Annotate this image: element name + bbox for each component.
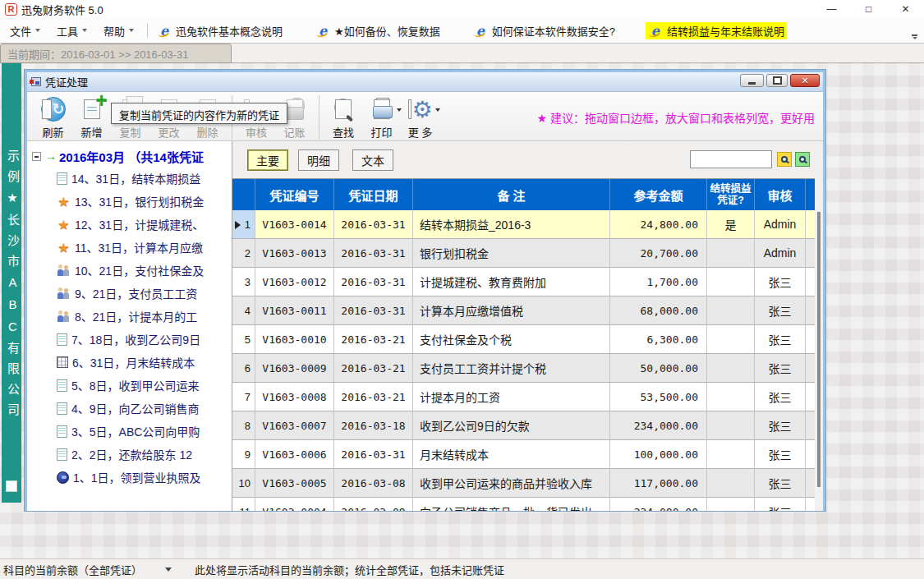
help-link[interactable]: 如何保证本软件数据安全?	[471, 22, 618, 39]
view-tab[interactable]: 主要	[247, 149, 288, 171]
auditor-cell[interactable]: 张三	[755, 383, 806, 411]
scrollbar-thumb[interactable]	[817, 212, 821, 487]
remark-cell[interactable]: 向乙公司销售商品一批，货已发出	[413, 498, 610, 511]
menu-button[interactable]: 文件	[3, 21, 47, 41]
voucher-no-cell[interactable]: V1603-0006	[255, 440, 334, 468]
row-number-cell[interactable]: 9	[232, 440, 255, 468]
menu-button[interactable]: 工具	[50, 21, 94, 41]
header-voucher-date[interactable]: 凭证日期	[334, 179, 413, 210]
auditor-cell[interactable]: Admin	[755, 239, 806, 267]
tree-item[interactable]: 12、31日，计提城建税、	[27, 213, 232, 236]
carryover-cell[interactable]	[707, 383, 755, 411]
table-row[interactable]: 8 V1603-0007 2016-03-18 收到乙公司9日的欠款 234,0…	[232, 411, 815, 440]
carryover-cell[interactable]	[707, 325, 755, 353]
voucher-no-cell[interactable]: V1603-0011	[255, 296, 334, 324]
auditor-cell[interactable]: 张三	[755, 354, 806, 382]
voucher-no-cell[interactable]: V1603-0012	[255, 268, 334, 296]
tree-item[interactable]: 4、9日，向乙公司销售商	[27, 397, 232, 420]
voucher-no-cell[interactable]: V1603-0014	[255, 210, 334, 238]
child-minimize-button[interactable]	[740, 74, 764, 87]
balance-selector-dropdown-icon[interactable]	[165, 568, 172, 572]
row-number-cell[interactable]: 5	[232, 325, 255, 353]
carryover-cell[interactable]	[707, 296, 755, 324]
tree-item[interactable]: 7、18日，收到乙公司9日	[27, 328, 232, 351]
tree-item[interactable]: 2、2日，还款给股东 12	[27, 443, 232, 466]
tree-item[interactable]: 9、21日，支付员工工资	[27, 282, 232, 305]
row-number-cell[interactable]: 10	[232, 469, 255, 497]
remark-cell[interactable]: 收到乙公司9日的欠款	[413, 411, 610, 439]
voucher-date-cell[interactable]: 2016-03-09	[334, 498, 413, 511]
search-button-yellow[interactable]	[777, 152, 792, 167]
table-row[interactable]: 10 V1603-0005 2016-03-08 收到甲公司运来的商品并验收入库…	[232, 469, 815, 498]
voucher-date-cell[interactable]: 2016-03-18	[334, 411, 413, 439]
close-button[interactable]: ✕	[887, 0, 924, 18]
voucher-date-cell[interactable]: 2016-03-21	[334, 325, 413, 353]
table-row[interactable]: 1 V1603-0014 2016-03-31 结转本期损益_2016-3 24…	[232, 210, 815, 239]
remark-cell[interactable]: 支付员工工资并计提个税	[413, 354, 610, 382]
toolbar-button[interactable]: 刷新	[34, 95, 72, 140]
toolbar-button[interactable]: 新增	[72, 95, 111, 140]
child-restore-button[interactable]	[766, 74, 788, 87]
row-number-cell[interactable]: 2	[232, 239, 255, 267]
header-remark[interactable]: 备 注	[413, 179, 610, 210]
voucher-no-cell[interactable]: V1603-0009	[255, 354, 334, 382]
voucher-no-cell[interactable]: V1603-0004	[255, 498, 334, 511]
help-link[interactable]: 结转损益与年末结账说明	[646, 22, 787, 39]
toolbar-button[interactable]: 更 多	[401, 95, 439, 140]
voucher-date-cell[interactable]: 2016-03-31	[334, 440, 413, 468]
row-number-cell[interactable]: 3	[232, 268, 255, 296]
voucher-date-cell[interactable]: 2016-03-21	[334, 354, 413, 382]
voucher-date-cell[interactable]: 2016-03-31	[334, 210, 413, 238]
tree-item[interactable]: 10、21日，支付社保金及	[27, 259, 232, 282]
tree-root[interactable]: 2016年03月 （共14张凭证	[27, 145, 232, 167]
tree-item[interactable]: 8、21日，计提本月的工	[27, 305, 232, 328]
tree-item[interactable]: 1、1日，领到营业执照及	[27, 466, 232, 489]
row-number-cell[interactable]: 6	[232, 354, 255, 382]
voucher-no-cell[interactable]: V1603-0008	[255, 383, 334, 411]
remark-cell[interactable]: 月末结转成本	[413, 440, 610, 468]
toolbar-button[interactable]: 打印	[362, 95, 401, 140]
row-number-cell[interactable]: 11	[232, 498, 255, 511]
voucher-no-cell[interactable]: V1603-0013	[255, 239, 334, 267]
voucher-date-cell[interactable]: 2016-03-31	[334, 268, 413, 296]
help-link[interactable]: ★如何备份、恢复数据	[313, 22, 443, 39]
header-carryover[interactable]: 结转损益凭证?	[707, 179, 755, 210]
table-row[interactable]: 6 V1603-0009 2016-03-21 支付员工工资并计提个税 50,0…	[232, 354, 815, 383]
amount-cell[interactable]: 117,000.00	[610, 469, 707, 497]
table-row[interactable]: 9 V1603-0006 2016-03-31 月末结转成本 100,000.0…	[232, 440, 815, 469]
voucher-no-cell[interactable]: V1603-0010	[255, 325, 334, 353]
dropdown-arrow-icon[interactable]	[435, 108, 440, 112]
row-number-cell[interactable]: 8	[232, 411, 255, 439]
row-number-cell[interactable]: 7	[232, 383, 255, 411]
menu-overflow-button[interactable]	[912, 34, 917, 39]
auditor-cell[interactable]: 张三	[755, 268, 806, 296]
carryover-cell[interactable]	[707, 498, 755, 511]
table-scrollbar[interactable]	[815, 209, 823, 511]
table-row[interactable]: 5 V1603-0010 2016-03-21 支付社保金及个税 6,300.0…	[232, 325, 815, 354]
amount-cell[interactable]: 68,000.00	[610, 296, 707, 324]
amount-cell[interactable]: 6,300.00	[610, 325, 707, 353]
tree-item[interactable]: 3、5日，ABC公司向甲购	[27, 420, 232, 443]
amount-cell[interactable]: 20,700.00	[610, 239, 707, 267]
header-auditor[interactable]: 审核	[755, 179, 806, 210]
collapse-expander-icon[interactable]	[32, 152, 41, 161]
maximize-button[interactable]: □	[850, 0, 887, 18]
remark-cell[interactable]: 收到甲公司运来的商品并验收入库	[413, 469, 610, 497]
tree-item[interactable]: 6、31日，月末结转成本	[27, 351, 232, 374]
remark-cell[interactable]: 银行划扣税金	[413, 239, 610, 267]
menu-button[interactable]: 帮助	[97, 21, 140, 41]
voucher-date-cell[interactable]: 2016-03-21	[334, 383, 413, 411]
remark-cell[interactable]: 计算本月应缴增值税	[413, 296, 610, 324]
table-row[interactable]: 2 V1603-0013 2016-03-31 银行划扣税金 20,700.00…	[232, 239, 815, 268]
toolbar-button[interactable]: 查找	[319, 95, 362, 140]
voucher-date-cell[interactable]: 2016-03-31	[334, 296, 413, 324]
auditor-cell[interactable]: 张三	[755, 440, 806, 468]
amount-cell[interactable]: 53,500.00	[610, 383, 707, 411]
carryover-cell[interactable]	[707, 239, 755, 267]
tree-item[interactable]: 14、31日，结转本期损益	[27, 167, 232, 190]
amount-cell[interactable]: 24,800.00	[610, 210, 707, 238]
tree-item[interactable]: 11、31日，计算本月应缴	[27, 236, 232, 259]
voucher-date-cell[interactable]: 2016-03-08	[334, 469, 413, 497]
help-link[interactable]: 迅兔软件基本概念说明	[154, 22, 285, 39]
remark-cell[interactable]: 结转本期损益_2016-3	[413, 210, 610, 238]
